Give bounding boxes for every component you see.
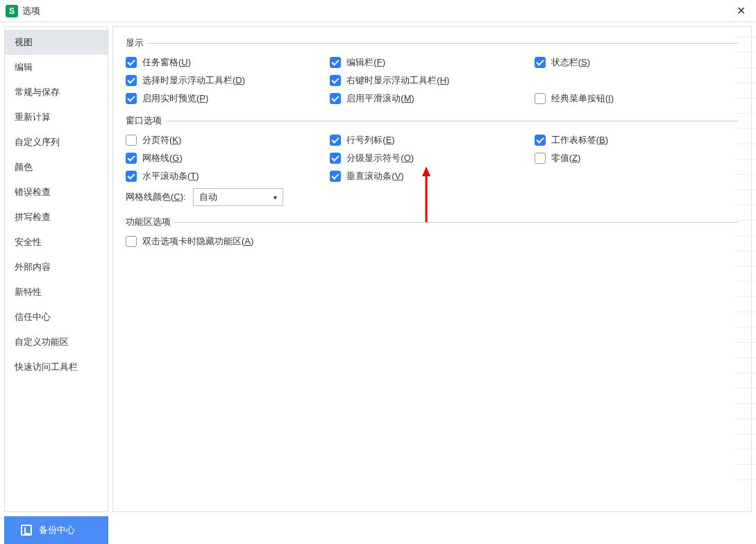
sidebar: 视图编辑常规与保存重新计算自定义序列颜色错误检查拼写检查安全性外部内容新特性信任… (4, 26, 108, 512)
checkbox-label[interactable]: 分页符(K) (142, 134, 181, 146)
sidebar-item-5[interactable]: 颜色 (5, 155, 108, 180)
gridcolor-value: 自动 (199, 191, 217, 203)
backup-icon (21, 525, 32, 536)
checkbox-label[interactable]: 右键时显示浮动工具栏(H) (346, 74, 449, 87)
checkbox-H[interactable]: 右键时显示浮动工具栏(H) (330, 74, 534, 87)
gridcolor-row: 网格线颜色(C):自动▾ (126, 188, 739, 206)
checkbox-box[interactable] (535, 93, 546, 104)
gridcolor-label: 网格线颜色(C): (126, 191, 186, 203)
checkbox-V[interactable]: 垂直滚动条(V) (330, 170, 534, 182)
sidebar-item-11[interactable]: 信任中心 (5, 305, 108, 330)
checkbox-box[interactable] (126, 57, 137, 68)
spreadsheet-background (735, 22, 756, 516)
checkbox-box[interactable] (126, 135, 137, 146)
sidebar-item-3[interactable]: 重新计算 (5, 105, 108, 130)
content-panel: 显示任务窗格(U)编辑栏(F)状态栏(S)选择时显示浮动工具栏(D)右键时显示浮… (112, 26, 752, 512)
gridcolor-select[interactable]: 自动▾ (193, 188, 283, 206)
section: 显示任务窗格(U)编辑栏(F)状态栏(S)选择时显示浮动工具栏(D)右键时显示浮… (126, 37, 739, 105)
chevron-down-icon: ▾ (274, 194, 277, 201)
checkbox-M[interactable]: 启用平滑滚动(M) (330, 92, 534, 105)
checkbox-box[interactable] (126, 236, 137, 247)
sidebar-item-10[interactable]: 新特性 (5, 280, 108, 305)
section-title: 窗口选项 (126, 114, 162, 127)
close-button[interactable]: ✕ (731, 1, 750, 21)
checkbox-O[interactable]: 分级显示符号(O) (330, 152, 534, 164)
checkbox-P[interactable]: 启用实时预览(P) (126, 92, 330, 105)
checkbox-S[interactable]: 状态栏(S) (535, 56, 739, 69)
checkbox-box[interactable] (535, 135, 546, 146)
checkbox-G[interactable]: 网格线(G) (126, 152, 330, 164)
checkbox-label[interactable]: 分级显示符号(O) (346, 152, 414, 164)
checkbox-label[interactable]: 水平滚动条(T) (142, 170, 199, 182)
backup-label: 备份中心 (39, 524, 75, 536)
checkbox-box[interactable] (330, 75, 341, 86)
window-title: 选项 (22, 5, 731, 17)
section: 功能区选项双击选项卡时隐藏功能区(A) (126, 216, 739, 248)
checkbox-label[interactable]: 行号列标(E) (346, 134, 394, 146)
checkbox-box[interactable] (126, 153, 137, 164)
checkbox-label[interactable]: 状态栏(S) (551, 56, 590, 69)
checkbox-B[interactable]: 工作表标签(B) (535, 134, 739, 146)
sidebar-item-6[interactable]: 错误检查 (5, 180, 108, 205)
checkbox-box[interactable] (330, 93, 341, 104)
checkbox-label[interactable]: 启用平滑滚动(M) (346, 92, 414, 105)
checkbox-I[interactable]: 经典菜单按钮(I) (535, 92, 739, 105)
checkbox-label[interactable]: 垂直滚动条(V) (346, 170, 403, 182)
section-title: 显示 (126, 37, 144, 49)
app-icon: S (6, 5, 18, 17)
checkbox-box[interactable] (535, 57, 546, 68)
checkbox-box[interactable] (126, 75, 137, 86)
sidebar-item-12[interactable]: 自定义功能区 (5, 330, 108, 355)
backup-center-button[interactable]: 备份中心 (4, 516, 108, 544)
checkbox-box[interactable] (126, 171, 137, 182)
sidebar-item-7[interactable]: 拼写检查 (5, 205, 108, 230)
checkbox-label[interactable]: 工作表标签(B) (551, 134, 608, 146)
checkbox-A[interactable]: 双击选项卡时隐藏功能区(A) (126, 235, 330, 248)
checkbox-label[interactable]: 零值(Z) (551, 152, 581, 164)
checkbox-U[interactable]: 任务窗格(U) (126, 56, 330, 69)
checkbox-label[interactable]: 启用实时预览(P) (142, 92, 208, 105)
titlebar: S 选项 ✕ (0, 0, 756, 22)
checkbox-label[interactable]: 选择时显示浮动工具栏(D) (142, 74, 245, 87)
checkbox-label[interactable]: 经典菜单按钮(I) (551, 92, 614, 105)
checkbox-E[interactable]: 行号列标(E) (330, 134, 534, 146)
sidebar-item-0[interactable]: 视图 (5, 30, 108, 55)
checkbox-box[interactable] (330, 171, 341, 182)
sidebar-item-2[interactable]: 常规与保存 (5, 80, 108, 105)
checkbox-box[interactable] (330, 57, 341, 68)
checkbox-box[interactable] (126, 93, 137, 104)
checkbox-Z[interactable]: 零值(Z) (535, 152, 739, 164)
checkbox-K[interactable]: 分页符(K) (126, 134, 330, 146)
sidebar-item-1[interactable]: 编辑 (5, 55, 108, 80)
checkbox-box[interactable] (535, 153, 546, 164)
sidebar-item-9[interactable]: 外部内容 (5, 255, 108, 280)
sidebar-item-13[interactable]: 快速访问工具栏 (5, 355, 108, 380)
sidebar-item-4[interactable]: 自定义序列 (5, 130, 108, 155)
checkbox-label[interactable]: 任务窗格(U) (142, 56, 191, 69)
checkbox-F[interactable]: 编辑栏(F) (330, 56, 534, 69)
checkbox-D[interactable]: 选择时显示浮动工具栏(D) (126, 74, 330, 87)
checkbox-box[interactable] (330, 153, 341, 164)
checkbox-box[interactable] (330, 135, 341, 146)
section: 窗口选项分页符(K)行号列标(E)工作表标签(B)网格线(G)分级显示符号(O)… (126, 114, 739, 206)
sidebar-item-8[interactable]: 安全性 (5, 230, 108, 255)
checkbox-label[interactable]: 编辑栏(F) (346, 56, 385, 69)
checkbox-label[interactable]: 双击选项卡时隐藏功能区(A) (142, 235, 253, 248)
section-title: 功能区选项 (126, 216, 171, 228)
main-area: 视图编辑常规与保存重新计算自定义序列颜色错误检查拼写检查安全性外部内容新特性信任… (0, 22, 756, 516)
checkbox-label[interactable]: 网格线(G) (142, 152, 183, 164)
checkbox-T[interactable]: 水平滚动条(T) (126, 170, 330, 182)
